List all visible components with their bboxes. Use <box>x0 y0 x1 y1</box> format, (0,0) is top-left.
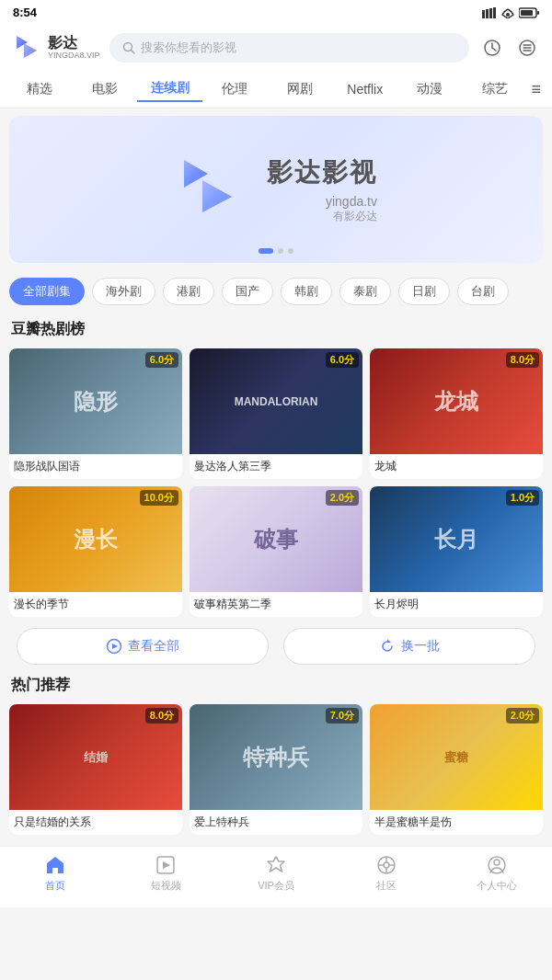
banner-content: 影达影视 yingda.tv 有影必达 <box>175 153 377 226</box>
movie-card-3[interactable]: 龙城 8.0分 龙城 <box>370 348 543 479</box>
status-icons <box>482 7 539 18</box>
svg-rect-6 <box>521 10 533 16</box>
bottom-nav: 首页 短视频 VIP会员 社区 个人中心 <box>0 846 552 907</box>
banner-logo-icon <box>175 153 248 226</box>
nav-vip-label: VIP会员 <box>258 879 294 893</box>
logo-sub-text: YINGDA8.VIP <box>48 51 100 61</box>
movie-score-2: 6.0分 <box>326 352 359 368</box>
movie-title-4: 漫长的季节 <box>9 592 182 617</box>
hot-movie-card-2[interactable]: 特种兵 7.0分 爱上特种兵 <box>190 704 362 835</box>
view-all-label: 查看全部 <box>128 638 179 655</box>
nav-tabs: 精选 电影 连续剧 伦理 网剧 Netflix 动漫 综艺 ≡ <box>0 71 552 108</box>
action-buttons: 查看全部 换一批 <box>9 628 543 665</box>
hot-movie-card-3[interactable]: 蜜糖 2.0分 半是蜜糖半是伤 <box>370 704 543 835</box>
svg-marker-20 <box>112 644 118 649</box>
banner-slogan: 有影必达 <box>267 209 377 224</box>
status-time: 8:54 <box>13 6 37 19</box>
hot-title-2: 爱上特种兵 <box>190 810 362 835</box>
header-icons <box>478 34 541 62</box>
movie-card-2[interactable]: MANDALORIAN 6.0分 曼达洛人第三季 <box>190 348 362 479</box>
hot-title-1: 只是结婚的关系 <box>9 810 182 835</box>
nav-home[interactable]: 首页 <box>0 854 110 893</box>
banner-dot-2 <box>278 248 283 254</box>
filter-jp[interactable]: 日剧 <box>398 278 450 305</box>
tab-lunli[interactable]: 伦理 <box>202 77 268 101</box>
search-icon <box>122 41 135 54</box>
movie-score-5: 2.0分 <box>326 490 359 506</box>
movie-score-1: 6.0分 <box>145 352 178 368</box>
status-bar: 8:54 <box>0 0 552 25</box>
nav-more-icon[interactable]: ≡ <box>528 80 546 99</box>
svg-point-4 <box>506 13 510 17</box>
filter-kr[interactable]: 韩剧 <box>281 278 332 305</box>
menu-button[interactable] <box>513 34 541 62</box>
search-placeholder: 搜索你想看的影视 <box>141 40 236 56</box>
search-bar[interactable]: 搜索你想看的影视 <box>109 33 469 63</box>
filter-all[interactable]: 全部剧集 <box>9 278 85 305</box>
banner-dots <box>259 248 293 254</box>
movie-card-4[interactable]: 漫长 10.0分 漫长的季节 <box>9 486 182 617</box>
movie-score-4: 10.0分 <box>140 490 178 506</box>
nav-shortvideo[interactable]: 短视频 <box>110 854 221 893</box>
movie-card-1[interactable]: 隐形 6.0分 隐形战队国语 <box>9 348 182 479</box>
tab-wangju[interactable]: 网剧 <box>268 77 333 101</box>
logo-area: 影达 YINGDA8.VIP <box>11 32 100 63</box>
nav-community[interactable]: 社区 <box>331 854 442 893</box>
home-icon <box>44 854 66 876</box>
nav-profile-label: 个人中心 <box>477 879 517 893</box>
refresh-button[interactable]: 换一批 <box>283 628 535 665</box>
nav-home-label: 首页 <box>45 879 65 893</box>
svg-line-11 <box>131 51 134 54</box>
tab-netflix[interactable]: Netflix <box>332 78 397 100</box>
hot-score-2: 7.0分 <box>326 708 359 724</box>
svg-marker-9 <box>24 43 37 58</box>
tab-dongman[interactable]: 动漫 <box>397 77 463 101</box>
banner[interactable]: 影达影视 yingda.tv 有影必达 <box>9 116 543 263</box>
filter-hk[interactable]: 港剧 <box>163 278 214 305</box>
profile-icon <box>486 854 508 876</box>
nav-community-label: 社区 <box>376 879 397 893</box>
movie-title-1: 隐形战队国语 <box>9 454 182 479</box>
banner-dot-3 <box>288 248 293 254</box>
refresh-label: 换一批 <box>401 638 440 655</box>
filter-tw[interactable]: 台剧 <box>457 278 509 305</box>
douban-section: 豆瓣热剧榜 隐形 6.0分 隐形战队国语 MANDALORIAN 6.0分 曼达… <box>0 320 552 617</box>
movie-score-6: 1.0分 <box>506 490 539 506</box>
svg-rect-0 <box>482 10 485 18</box>
movie-score-3: 8.0分 <box>506 352 539 368</box>
hot-score-1: 8.0分 <box>145 708 178 724</box>
filter-tags: 全部剧集 海外剧 港剧 国产 韩剧 泰剧 日剧 台剧 <box>0 270 552 313</box>
refresh-icon <box>379 638 396 655</box>
svg-rect-1 <box>486 9 489 18</box>
nav-shortvideo-label: 短视频 <box>151 879 181 893</box>
header: 影达 YINGDA8.VIP 搜索你想看的影视 <box>0 25 552 71</box>
movie-title-2: 曼达洛人第三季 <box>190 454 362 479</box>
banner-title: 影达影视 <box>267 155 377 190</box>
svg-point-32 <box>494 860 500 865</box>
filter-overseas[interactable]: 海外剧 <box>92 278 155 305</box>
nav-profile[interactable]: 个人中心 <box>442 854 552 893</box>
tab-lianxuju[interactable]: 连续剧 <box>137 76 202 102</box>
tab-dianying[interactable]: 电影 <box>73 77 138 101</box>
banner-dot-1 <box>259 248 273 254</box>
community-icon <box>375 854 397 876</box>
svg-rect-7 <box>537 11 539 15</box>
view-all-button[interactable]: 查看全部 <box>17 628 269 665</box>
hot-section-title: 热门推荐 <box>9 676 543 695</box>
hot-movie-card-1[interactable]: 结婚 8.0分 只是结婚的关系 <box>9 704 182 835</box>
vip-icon <box>265 854 287 876</box>
douban-section-title: 豆瓣热剧榜 <box>9 320 543 339</box>
tab-zongyi[interactable]: 综艺 <box>463 77 528 101</box>
filter-th[interactable]: 泰剧 <box>339 278 391 305</box>
tab-jingxuan[interactable]: 精选 <box>7 77 73 101</box>
hot-score-3: 2.0分 <box>506 708 539 724</box>
movie-card-5[interactable]: 破事 2.0分 破事精英第二季 <box>190 486 362 617</box>
svg-marker-23 <box>163 861 170 869</box>
history-button[interactable] <box>478 34 506 62</box>
movie-title-6: 长月烬明 <box>370 592 543 617</box>
play-circle-icon <box>106 638 122 655</box>
movie-card-6[interactable]: 长月 1.0分 长月烬明 <box>370 486 543 617</box>
logo-main-text: 影达 <box>48 35 100 51</box>
filter-cn[interactable]: 国产 <box>222 278 273 305</box>
nav-vip[interactable]: VIP会员 <box>221 854 331 893</box>
